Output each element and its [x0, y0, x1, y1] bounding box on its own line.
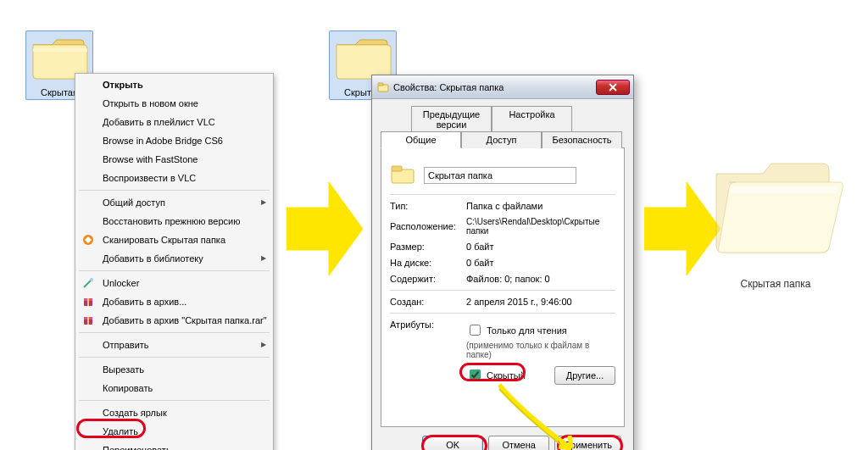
tab-prev-versions[interactable]: Предыдущие версии — [411, 106, 492, 132]
cm-separator — [79, 270, 270, 271]
svg-rect-7 — [87, 317, 89, 325]
val-size: 0 байт — [466, 242, 615, 252]
cm-delete[interactable]: Удалить — [75, 422, 273, 441]
val-location: C:\Users\Rendal\Desktop\Скрытые папки — [466, 217, 615, 236]
svg-rect-4 — [87, 298, 89, 306]
tab-pane-general: Тип:Папка с файлами Расположение:C:\User… — [381, 147, 625, 427]
readonly-label: Только для чтения — [487, 325, 567, 336]
cm-sharing[interactable]: Общий доступ — [75, 193, 273, 212]
svg-rect-9 — [378, 83, 383, 86]
val-created: 2 апреля 2015 г., 9:46:00 — [466, 297, 615, 307]
dialog-title: Свойства: Скрытая папка — [393, 82, 504, 92]
archive-icon — [81, 295, 95, 308]
folder-name-input[interactable] — [424, 167, 576, 184]
tab-security[interactable]: Безопасность — [542, 131, 622, 148]
lbl-created: Создан: — [390, 297, 466, 307]
cm-shortcut[interactable]: Создать ярлык — [75, 403, 273, 422]
archive-icon — [81, 314, 95, 327]
cancel-button[interactable]: Отмена — [488, 436, 549, 450]
folder-small-icon — [377, 81, 389, 93]
tab-customize[interactable]: Настройка — [492, 106, 572, 132]
readonly-checkbox[interactable] — [470, 325, 481, 336]
hidden-checkbox[interactable] — [470, 369, 481, 381]
cm-add-archive-label: Добавить в архив... — [103, 297, 186, 307]
cm-play-vlc[interactable]: Воспроизвести в VLC — [75, 169, 273, 187]
cm-cut[interactable]: Вырезать — [75, 360, 273, 379]
folder-open-icon — [704, 136, 848, 280]
cm-separator — [79, 357, 270, 358]
cm-separator — [79, 190, 270, 191]
cm-add-archive-rar[interactable]: Добавить в архив "Скрытая папка.rar" — [75, 311, 273, 330]
lbl-contains: Содержит: — [390, 274, 466, 284]
cm-scan[interactable]: Сканировать Скрытая папка — [75, 231, 273, 249]
cm-separator — [79, 400, 270, 401]
other-button[interactable]: Другие... — [554, 366, 615, 385]
cm-add-library[interactable]: Добавить в библиотеку — [75, 249, 273, 268]
step-arrow-icon — [287, 178, 363, 280]
lbl-location: Расположение: — [390, 221, 466, 231]
folder-thumb — [390, 163, 424, 188]
lbl-ondisk: На диске: — [390, 258, 466, 268]
cm-add-vlc-playlist[interactable]: Добавить в плейлист VLC — [75, 113, 273, 131]
lbl-size: Размер: — [390, 242, 466, 252]
cm-send-to[interactable]: Отправить — [75, 336, 273, 354]
cm-add-archive-rar-label: Добавить в архив "Скрытая папка.rar" — [103, 315, 267, 325]
cm-rename[interactable]: Переименовать — [75, 441, 273, 450]
cm-open[interactable]: Открыть — [75, 75, 273, 94]
apply-button[interactable]: Применить — [554, 436, 621, 450]
cm-unlocker[interactable]: Unlocker — [75, 274, 273, 292]
folder-hidden-label: Скрытая папка — [704, 278, 848, 290]
tab-general[interactable]: Общие — [381, 131, 461, 148]
cm-scan-label: Сканировать Скрытая папка — [103, 235, 225, 245]
dialog-titlebar[interactable]: Свойства: Скрытая папка — [372, 75, 633, 99]
folder-hidden[interactable]: Скрытая папка — [704, 136, 848, 290]
properties-dialog: Свойства: Скрытая папка Предыдущие верси… — [371, 75, 634, 450]
context-menu: Открыть Открыть в новом окне Добавить в … — [75, 73, 274, 450]
val-type: Папка с файлами — [466, 201, 615, 211]
close-button[interactable] — [596, 80, 630, 95]
val-ondisk: 0 байт — [466, 258, 615, 268]
svg-point-1 — [90, 278, 93, 281]
readonly-note: (применимо только к файлам в папке) — [466, 341, 615, 359]
cm-separator — [79, 332, 270, 333]
cm-copy[interactable]: Копировать — [75, 379, 273, 397]
cm-unlocker-label: Unlocker — [103, 278, 139, 288]
cm-restore-previous[interactable]: Восстановить прежнюю версию — [75, 212, 273, 231]
close-icon — [609, 83, 617, 92]
shield-icon — [81, 233, 95, 247]
ok-button[interactable]: OK — [422, 436, 483, 450]
cm-browse-faststone[interactable]: Browse with FastStone — [75, 150, 273, 169]
lbl-type: Тип: — [390, 201, 466, 211]
wand-icon — [81, 276, 95, 290]
val-contains: Файлов: 0; папок: 0 — [466, 274, 615, 284]
tab-sharing[interactable]: Доступ — [461, 131, 542, 148]
hidden-label: Скрытый — [487, 370, 526, 381]
cm-add-archive[interactable]: Добавить в архив... — [75, 292, 273, 311]
lbl-attributes: Атрибуты: — [390, 319, 466, 330]
svg-rect-11 — [392, 166, 402, 171]
cm-browse-bridge[interactable]: Browse in Adobe Bridge CS6 — [75, 131, 273, 150]
cm-open-new-window[interactable]: Открыть в новом окне — [75, 94, 273, 113]
